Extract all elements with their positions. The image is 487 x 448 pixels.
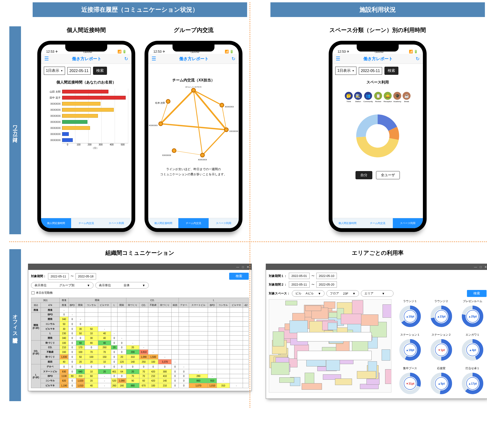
category-icon-row: 🤔Think🚉Station👥Community📋Review🛎️Recepti… — [332, 92, 423, 103]
display-mode-select[interactable]: 1日表示▼ — [335, 67, 356, 75]
reload-icon[interactable]: ↻ — [416, 56, 420, 62]
svg-point-17 — [172, 149, 176, 153]
svg-text:XXXXXX: XXXXXX — [225, 105, 234, 108]
tab-proximity[interactable]: 個人間近接時間 — [148, 218, 178, 228]
max-icon[interactable]: □ — [480, 265, 482, 269]
display-mode-select[interactable]: 1日表示▼ — [44, 67, 65, 75]
svg-line-6 — [161, 124, 226, 130]
period1-label: 対象期間１： — [269, 274, 287, 278]
date-from-input[interactable]: 2022-05-11 — [48, 273, 69, 280]
svg-text:▼31pt: ▼31pt — [406, 382, 415, 385]
svg-point-19 — [159, 122, 163, 126]
chart-title-bars: 個人間近接時間（あなたのお名前） — [41, 80, 131, 85]
search-button[interactable]: 検索 — [384, 67, 399, 75]
side-label-admin: オフィス管理者向け — [9, 249, 21, 401]
min-icon[interactable]: — — [474, 265, 477, 269]
period-label: 対象期間： — [31, 274, 46, 278]
heatmap-table: 3G1推進開発CO.I.3G1474推進BPO開発コンサルビルマネI.開発街づく… — [31, 298, 249, 388]
tab-team[interactable]: チーム内交流 — [362, 218, 393, 228]
area-select[interactable]: エリア▼ — [361, 290, 393, 297]
tab-proximity[interactable]: 個人間近接時間 — [41, 218, 71, 228]
svg-line-3 — [161, 90, 193, 124]
svg-text:▲23pt: ▲23pt — [437, 315, 446, 318]
date-input[interactable]: 2022-05-11 — [359, 67, 382, 75]
svg-text:▲25pt: ▲25pt — [468, 315, 477, 318]
subtitle-org-comm: 組織間コミュニケーション — [28, 249, 252, 257]
search-button[interactable]: 検索 — [93, 67, 107, 75]
subtitle-space-usage: スペース分類（シーン）別の利用時間 — [329, 26, 427, 34]
chart-title-donut: スペース利用 — [332, 80, 423, 85]
app-title: 働き方レポート — [363, 56, 393, 62]
svg-text:▲19pt: ▲19pt — [406, 348, 415, 352]
window-titlebar: — □ ✕ — [28, 264, 252, 270]
search-button[interactable]: 検索 — [467, 290, 487, 297]
toggle-self[interactable]: 自分 — [356, 171, 372, 179]
svg-text:XXXXXX: XXXXXX — [229, 130, 239, 132]
phone-mock-3: 12:53 ✈Launcher📶 🔋 ☰ 働き方レポート ↻ 1日表示▼ 202… — [329, 41, 427, 232]
wfh-label: 本日在宅勤務 — [36, 291, 53, 295]
subtitle-area-usage: エリアごとの利用率 — [266, 249, 487, 257]
reload-icon[interactable]: ↻ — [124, 56, 128, 62]
min-icon[interactable]: — — [236, 265, 239, 269]
hamburger-icon[interactable]: ☰ — [44, 56, 49, 62]
toggle-all-users[interactable]: 全ユーザ — [376, 171, 400, 179]
window-area-usage: — □ ✕ 対象期間１： 2022-05-01 〜 2022-05-10 対象期… — [266, 264, 487, 399]
section-header-proximity: 近接滞在履歴（コミュニケーション状況） — [33, 2, 247, 17]
date-input[interactable]: 2022-05-11 — [67, 67, 91, 75]
svg-line-5 — [202, 130, 226, 155]
floor-map — [269, 299, 391, 392]
svg-text:▲5pt: ▲5pt — [438, 382, 445, 385]
wfh-checkbox[interactable] — [32, 291, 34, 294]
reload-icon[interactable]: ↻ — [232, 56, 235, 62]
phone-mock-1: 12:53 ✈Launcher📶 🔋 ☰ 働き方レポート ↻ 1日表示▼ 202… — [37, 41, 135, 232]
svg-line-0 — [193, 90, 222, 105]
subtitle-personal-proximity: 個人間近接時間 — [37, 26, 135, 34]
close-icon[interactable]: ✕ — [484, 265, 487, 269]
hamburger-icon[interactable]: ☰ — [336, 56, 340, 62]
max-icon[interactable]: □ — [242, 265, 244, 269]
network-chart: あなたのお名前XXXXXXXXXXXXXXXXXXXXXXXXXXXXXX松本 … — [148, 87, 239, 161]
hamburger-icon[interactable]: ☰ — [152, 56, 156, 62]
p2-to-input[interactable]: 2022-05-20 — [316, 281, 337, 288]
tab-space[interactable]: スペース利用 — [393, 218, 423, 228]
search-button[interactable]: 検索 — [229, 273, 249, 280]
subtitle-group-interaction: グループ内交流 — [144, 26, 242, 34]
unit-select-1[interactable]: 表示単位グループ別▼ — [31, 282, 94, 288]
p1-to-input[interactable]: 2022-05-10 — [316, 273, 337, 279]
unit-select-2[interactable]: 表示単位全体▼ — [95, 282, 149, 288]
network-note: ラインが太いほど、昨日までの一週間のコミュニケーションの量が多いことを示します。 — [153, 167, 234, 177]
p2-from-input[interactable]: 2022-05-11 — [289, 281, 310, 288]
section-header-facility: 施設利用状況 — [271, 2, 485, 17]
date-to-input[interactable]: 2022-05-18 — [76, 273, 96, 280]
building-select[interactable]: ビルAビル▼ — [292, 290, 325, 297]
svg-text:XXXXXX: XXXXXX — [149, 124, 158, 127]
floor-select[interactable]: フロア23F▼ — [326, 290, 359, 297]
svg-text:▲10pt: ▲10pt — [406, 315, 415, 318]
window-titlebar: — □ ✕ — [266, 264, 487, 270]
gauge-grid: ラウンジ１▲10ptラウンジ２▲23ptプレゼンルーム▲25ptステーション１▲… — [396, 299, 487, 396]
svg-text:松本 次郎: 松本 次郎 — [155, 102, 165, 104]
svg-point-21 — [166, 100, 170, 104]
svg-text:▲17pt: ▲17pt — [468, 382, 477, 385]
p1-from-input[interactable]: 2022-05-01 — [289, 273, 310, 279]
bar-chart: 山田 太郎田中 花子XXXXXXXXXXXXXXXXXXXXXXXXXXXXXX… — [44, 88, 128, 218]
svg-text:▲4pt: ▲4pt — [469, 348, 476, 352]
svg-text:XXXXXX: XXXXXX — [198, 158, 207, 161]
side-label-worker: ワーカー向け — [9, 26, 21, 234]
donut-chart — [351, 109, 405, 163]
tab-team[interactable]: チーム内交流 — [71, 218, 101, 228]
svg-point-9 — [192, 88, 196, 92]
close-icon[interactable]: ✕ — [247, 265, 249, 269]
tilde-label: 〜 — [71, 274, 74, 278]
tab-proximity[interactable]: 個人間近接時間 — [332, 218, 362, 228]
tab-space[interactable]: スペース利用 — [209, 218, 239, 228]
chart-title-network: チーム内交流（XX担当） — [148, 78, 239, 83]
app-title: 働き方レポート — [72, 56, 101, 62]
svg-text:XXXXXX: XXXXXX — [162, 154, 171, 156]
tab-team[interactable]: チーム内交流 — [178, 218, 208, 228]
window-org-comm: — □ ✕ 対象期間： 2022-05-11 〜 2022-05-18 検索 表… — [28, 264, 252, 391]
svg-point-15 — [200, 153, 204, 157]
svg-point-13 — [224, 128, 228, 132]
space-label: 対象スペース： — [269, 291, 290, 296]
tab-space[interactable]: スペース利用 — [101, 218, 131, 228]
